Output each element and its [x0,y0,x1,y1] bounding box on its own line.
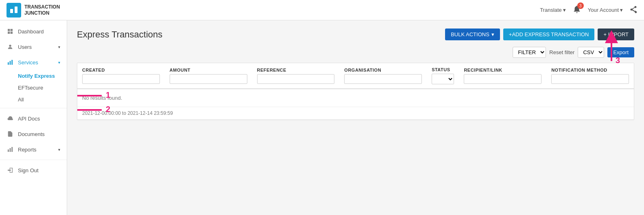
add-express-transaction-button[interactable]: +ADD EXPRESS TRANSACTION [503,29,595,40]
sidebar-divider [0,108,67,108]
recipient-filter-input[interactable] [464,74,541,84]
sidebar-item-label: Dashboard [18,29,44,35]
sidebar-item-label: EFTsecure [18,85,43,91]
svg-point-6 [9,45,11,47]
sidebar-item-all[interactable]: All [0,94,67,105]
import-button[interactable]: + IMPORT [598,29,634,40]
svg-rect-10 [8,149,9,152]
svg-rect-2 [8,29,10,31]
organisation-filter-input[interactable] [344,74,422,84]
logo-icon [7,3,21,18]
svg-rect-9 [11,60,13,65]
chevron-down-icon: ▾ [58,45,60,49]
header-actions: BULK ACTIONS ▾ +ADD EXPRESS TRANSACTION … [445,29,634,40]
sidebar-item-label: API Docs [18,116,40,122]
col-recipient: RECIPIENT/LINK [459,63,546,89]
sidebar-item-api-docs[interactable]: API Docs [0,111,67,126]
chevron-down-icon: ▾ [58,147,60,152]
chevron-down-icon: ▾ [491,31,494,37]
col-reference: REFERENCE [252,63,340,89]
sidebar-divider [0,160,67,160]
main-content: Express Transactions BULK ACTIONS ▾ +ADD… [67,20,644,215]
notification-badge: 3 [577,2,584,9]
amount-filter-input[interactable] [170,74,247,84]
sidebar: Dashboard Users ▾ Services ▾ Notify Expr… [0,20,67,215]
reference-filter-input[interactable] [257,74,335,84]
sidebar-item-dashboard[interactable]: Dashboard [0,24,67,39]
col-notification: NOTIFICATION METHOD [546,63,634,89]
sidebar-item-label: Reports [18,147,37,153]
created-filter-input[interactable] [82,74,160,84]
transactions-table-wrapper: CREATED AMOUNT REFERENCE ORGANISATI [77,63,634,120]
services-icon [7,59,14,66]
sidebar-item-label: Services [18,59,38,66]
svg-rect-5 [11,32,13,34]
filter-row: FILTER Reset filter CSV Export [77,47,634,58]
sidebar-item-users[interactable]: Users ▾ [0,39,67,55]
table-header-row: CREATED AMOUNT REFERENCE ORGANISATI [77,63,634,89]
svg-rect-12 [11,147,13,152]
sidebar-item-sign-out[interactable]: Sign Out [0,162,67,178]
top-nav-right: Translate ▾ 3 Your Account ▾ [540,5,637,15]
sidebar-item-documents[interactable]: Documents [0,126,67,142]
logo-area: TRANSACTION JUNCTION [7,3,60,18]
svg-rect-8 [10,61,11,65]
chevron-down-icon: ▾ [58,60,60,65]
col-status: STATUS [427,63,459,89]
col-amount: AMOUNT [165,63,252,89]
page-title: Express Transactions [77,29,162,40]
notifications-button[interactable]: 3 [572,5,581,15]
sidebar-item-services[interactable]: Services ▾ [0,55,67,70]
svg-rect-3 [11,29,13,31]
date-range-text: 2021-12-00:00:00 to 2021-12-14 23:59:59 [77,107,634,120]
page-header: Express Transactions BULK ACTIONS ▾ +ADD… [77,29,634,40]
main-layout: Dashboard Users ▾ Services ▾ Notify Expr… [0,20,644,215]
logo-text: TRANSACTION JUNCTION [24,4,60,16]
col-organisation: ORGANISATION [339,63,427,89]
filter-select[interactable]: FILTER [513,47,546,58]
signout-icon [7,167,14,174]
no-results-text: No results found. [77,89,634,107]
svg-rect-7 [8,62,9,65]
reports-icon [7,146,14,153]
document-icon [7,130,14,138]
translate-button[interactable]: Translate ▾ [540,7,566,13]
sidebar-item-notify-express[interactable]: Notify Express [0,70,67,82]
top-navigation: TRANSACTION JUNCTION Translate ▾ 3 Your … [0,0,644,20]
sidebar-item-label: Documents [18,131,45,137]
sidebar-item-reports[interactable]: Reports ▾ [0,142,67,157]
account-button[interactable]: Your Account ▾ [588,7,623,13]
svg-rect-0 [10,9,13,13]
user-icon [7,43,14,50]
sidebar-item-label: Users [18,44,32,50]
chevron-down-icon: ▾ [620,7,623,13]
chevron-down-icon: ▾ [563,7,566,13]
status-filter-select[interactable] [432,74,454,84]
cloud-icon [7,115,14,122]
export-button[interactable]: Export [607,47,634,57]
sidebar-item-label: Notify Express [18,73,55,79]
svg-rect-1 [15,7,17,13]
date-range-row: 2021-12-00:00:00 to 2021-12-14 23:59:59 [77,107,634,120]
bulk-actions-button[interactable]: BULK ACTIONS ▾ [445,29,500,40]
svg-rect-11 [10,148,11,152]
notification-filter-input[interactable] [551,74,629,84]
share-button[interactable] [629,5,637,15]
transactions-table: CREATED AMOUNT REFERENCE ORGANISATI [77,63,634,120]
reset-filter-button[interactable]: Reset filter [549,49,574,55]
sidebar-item-label: Sign Out [18,167,39,173]
sidebar-item-label: All [18,97,24,103]
svg-rect-4 [8,32,10,34]
dashboard-icon [7,28,14,35]
sidebar-item-eftsecure[interactable]: EFTsecure [0,82,67,94]
no-results-row: No results found. [77,89,634,107]
logo: TRANSACTION JUNCTION [7,3,60,18]
csv-format-select[interactable]: CSV [578,47,604,58]
col-created: CREATED [77,63,165,89]
